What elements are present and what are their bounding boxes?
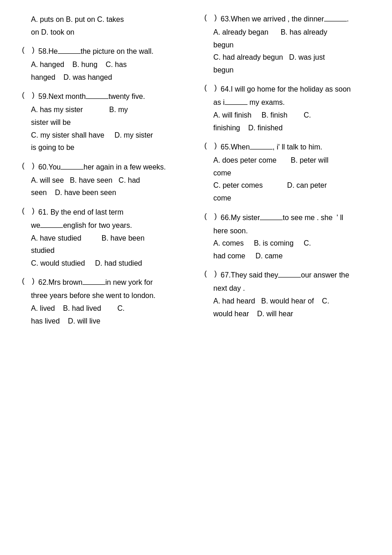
open-paren: ( [201,142,211,150]
option-line: C. would studied D. had studied [31,257,191,269]
option-line: next day . [213,283,374,294]
option-line: hanged D. was hanged [31,72,191,83]
option-line: C. my sister shall have D. my sister [31,129,191,141]
q61-options: weenglish for two years. A. have studied… [18,220,191,269]
close-paren: ) [28,162,38,170]
option-line: begun [213,64,374,76]
q65-line: ( ) 65.When, i' ll talk to him. [201,142,374,153]
open-paren: ( [201,212,211,221]
q66-text: 66.My sisterto see me . she ' ll [221,212,374,223]
option-line: A. had heard B. would hear of C. [213,295,374,307]
close-paren: ) [28,207,38,215]
q64-options: as i my exams. A. will finish B. finish … [201,97,374,134]
q65-text: 65.When, i' ll talk to him. [221,142,374,153]
option-line: three years before she went to london. [31,290,191,302]
option-line: A. will see B. have seen C. had [31,175,191,186]
option-line: A. comes B. is coming C. [213,237,374,249]
close-paren: ) [211,212,221,221]
option-line: C. had already begun D. was just [213,51,374,63]
q62-line: ( ) 62.Mrs brownin new york for [18,277,191,288]
q67-line: ( ) 67.They said theyour answer the [201,270,374,281]
blank [278,277,301,278]
option-line: A. hanged B. hung C. has [31,59,191,71]
option-line: here soon. [213,225,374,237]
question-63: ( ) 63.When we arrived , the dinner. A. … [201,14,374,76]
open-paren: ( [201,270,211,278]
top-options-block: A. puts on B. put on C. takes on D. took… [18,14,191,38]
close-paren: ) [28,91,38,99]
right-column: ( ) 63.When we arrived , the dinner. A. … [196,14,374,335]
q64-line: ( ) 64.I will go home for the holiday as… [201,84,374,95]
q60-text: 60.Youher again in a few weeks. [38,162,191,173]
blank [40,227,63,228]
close-paren: ) [211,142,221,150]
question-61: ( ) 61. By the end of last term weenglis… [18,207,191,269]
question-58: ( ) 58.Hethe picture on the wall. A. han… [18,46,191,83]
top-options: A. puts on B. put on C. takes on D. took… [18,14,191,38]
option-line: seen D. have been seen [31,187,191,199]
open-paren: ( [201,84,211,92]
option-line: C. peter comes D. can peter [213,180,374,191]
q58-text: 58.Hethe picture on the wall. [38,46,191,57]
option-line: weenglish for two years. [31,220,191,231]
question-62: ( ) 62.Mrs brownin new york for three ye… [18,277,191,327]
blank [83,284,105,285]
option-line: come [213,167,374,179]
option-line: would hear D. will hear [213,308,374,320]
option-line: finishing D. finished [213,122,374,134]
q61-text: 61. By the end of last term [38,207,191,218]
option-line: on D. took on [31,26,191,38]
q59-text: 59.Next monthtwenty five. [38,91,191,102]
blank [250,149,273,149]
q67-text: 67.They said theyour answer the [221,270,374,281]
option-line: A. does peter come B. peter will [213,154,374,166]
q63-options: A. already began B. has already begun C.… [201,26,374,76]
open-paren: ( [18,162,28,170]
option-line: has lived D. will live [31,315,191,327]
option-line: as i my exams. [213,97,374,108]
close-paren: ) [28,46,38,54]
option-line: A. already began B. has already [213,26,374,38]
option-line: had come D. came [213,250,374,262]
option-line: studied [31,245,191,257]
option-line: sister will be [31,117,191,128]
option-line: A. has my sister B. my [31,104,191,116]
blank [260,220,283,220]
blank [61,169,83,170]
close-paren: ) [211,84,221,92]
left-column: A. puts on B. put on C. takes on D. took… [18,14,196,335]
q66-options: here soon. A. comes B. is coming C. had … [201,225,374,262]
q64-text: 64.I will go home for the holiday as soo… [221,84,374,95]
q66-line: ( ) 66.My sisterto see me . she ' ll [201,212,374,223]
option-line: A. lived B. had lived C. [31,303,191,314]
option-line: is going to be [31,142,191,154]
question-59: ( ) 59.Next monthtwenty five. A. has my … [18,91,191,153]
blank [324,21,347,21]
q62-options: three years before she went to london. A… [18,290,191,327]
q60-options: A. will see B. have seen C. had seen D. … [18,175,191,199]
option-line: begun [213,39,374,51]
q62-text: 62.Mrs brownin new york for [38,277,191,288]
open-paren: ( [18,91,28,99]
open-paren: ( [18,207,28,215]
q58-line: ( ) 58.Hethe picture on the wall. [18,46,191,57]
q61-line: ( ) 61. By the end of last term [18,207,191,218]
question-66: ( ) 66.My sisterto see me . she ' ll her… [201,212,374,262]
blank [58,53,81,54]
q58-options: A. hanged B. hung C. has hanged D. was h… [18,59,191,83]
q59-options: A. has my sister B. my sister will be C.… [18,104,191,153]
q63-line: ( ) 63.When we arrived , the dinner. [201,14,374,25]
question-65: ( ) 65.When, i' ll talk to him. A. does … [201,142,374,204]
q60-line: ( ) 60.Youher again in a few weeks. [18,162,191,173]
question-60: ( ) 60.Youher again in a few weeks. A. w… [18,162,191,199]
close-paren: ) [211,14,221,22]
question-64: ( ) 64.I will go home for the holiday as… [201,84,374,134]
close-paren: ) [28,277,38,285]
close-paren: ) [211,270,221,278]
option-line: A. will finish B. finish C. [213,109,374,121]
question-67: ( ) 67.They said theyour answer the next… [201,270,374,319]
option-line: come [213,192,374,204]
open-paren: ( [18,277,28,285]
option-line: A. puts on B. put on C. takes [31,14,191,26]
option-line: A. have studied B. have been [31,232,191,244]
